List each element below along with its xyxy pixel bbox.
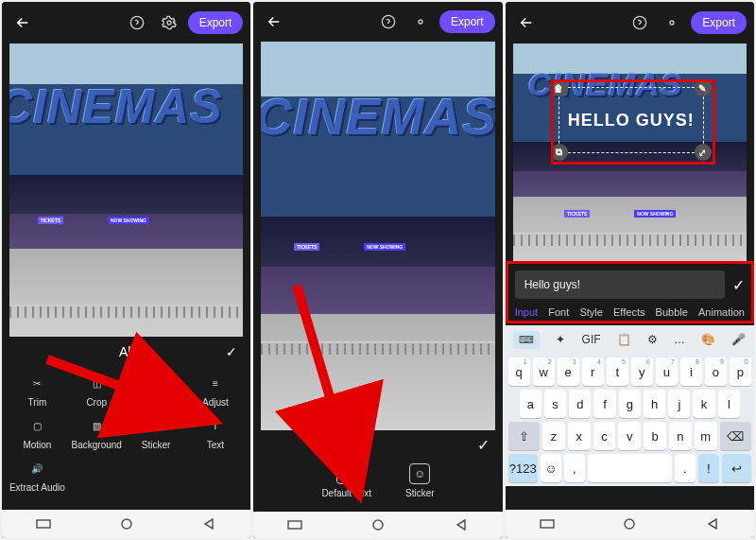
key-r[interactable]: r4 <box>582 357 604 386</box>
help-icon[interactable] <box>627 9 653 36</box>
nav-home-icon[interactable] <box>364 518 392 531</box>
key-o[interactable]: o9 <box>705 357 727 386</box>
tab-font[interactable]: Font <box>548 306 569 318</box>
tool-adjust[interactable]: ≡Adjust <box>185 371 245 409</box>
tool-extract-audio[interactable]: 🔊Extract Audio <box>8 456 67 495</box>
key-n[interactable]: n <box>669 422 692 450</box>
key-☺[interactable]: ☺ <box>541 454 561 482</box>
export-button[interactable]: Export <box>691 11 747 34</box>
tab-animation[interactable]: Animation <box>698 306 745 318</box>
tool-label: Filters <box>143 397 168 408</box>
gear-icon[interactable] <box>156 9 182 36</box>
nav-recents-icon[interactable] <box>533 517 561 531</box>
kb-toolbar-item[interactable]: GIF <box>582 333 601 346</box>
help-icon[interactable] <box>124 9 150 36</box>
kb-toolbar-item[interactable]: … <box>674 333 685 346</box>
nav-recents-icon[interactable] <box>29 517 58 531</box>
scene-railing <box>9 305 243 318</box>
tab-style[interactable]: Style <box>579 306 602 318</box>
back-icon[interactable] <box>513 9 540 36</box>
key-b[interactable]: b <box>644 422 666 450</box>
confirm-icon[interactable]: ✓ <box>477 436 490 454</box>
tool-filters[interactable]: ✦Filters <box>127 371 186 409</box>
key-⇧[interactable]: ⇧ <box>508 422 540 450</box>
crop-icon: ◫ <box>86 373 107 393</box>
key-?123[interactable]: ?123 <box>508 454 538 482</box>
video-preview[interactable]: CINEMAS TICKETS NOW SHOWING <box>261 42 494 430</box>
tool-background[interactable]: ▨Background <box>67 413 127 452</box>
key-x[interactable]: x <box>568 422 591 450</box>
key-d[interactable]: d <box>569 390 591 418</box>
help-icon[interactable] <box>375 9 402 35</box>
key-g[interactable]: g <box>619 390 641 418</box>
key-m[interactable]: m <box>695 422 717 450</box>
delete-handle-icon[interactable]: 🗑 <box>551 79 568 96</box>
key-w[interactable]: w2 <box>533 357 555 386</box>
tab-bubble[interactable]: Bubble <box>656 306 688 318</box>
tool-label: Background <box>72 440 122 450</box>
key-i[interactable]: i8 <box>680 357 702 386</box>
key-a[interactable]: a <box>520 390 541 418</box>
key-u[interactable]: u7 <box>656 357 678 386</box>
nav-home-icon[interactable] <box>615 517 644 531</box>
kb-toolbar-item[interactable]: ⌨ <box>513 331 540 349</box>
export-button[interactable]: Export <box>439 10 495 33</box>
option-sticker[interactable]: ☺Sticker <box>405 463 435 498</box>
video-preview[interactable]: CINEMAS TICKETS NOW SHOWING <box>9 44 243 337</box>
key-t[interactable]: t5 <box>607 357 628 386</box>
gear-icon[interactable] <box>407 9 434 35</box>
video-preview[interactable]: CINEMAS TICKETS NOW SHOWING HELLO GUYS! … <box>513 44 747 263</box>
key-j[interactable]: j <box>668 390 690 418</box>
topbar: Export <box>253 2 502 42</box>
tab-effects[interactable]: Effects <box>613 306 644 318</box>
key-f[interactable]: f <box>593 390 615 418</box>
tool-trim[interactable]: ✂Trim <box>8 371 67 409</box>
kb-toolbar-item[interactable]: 📋 <box>617 333 631 346</box>
nav-home-icon[interactable] <box>112 517 141 531</box>
key-z[interactable]: z <box>542 422 565 450</box>
option-default-text[interactable]: ADefault Text <box>321 463 371 498</box>
key-k[interactable]: k <box>693 390 714 418</box>
key-v[interactable]: v <box>618 422 641 450</box>
tool-text[interactable]: TText <box>185 413 245 452</box>
nav-recents-icon[interactable] <box>281 518 309 531</box>
key-e[interactable]: e3 <box>558 357 579 386</box>
tab-input[interactable]: Input <box>515 306 538 318</box>
tool-sticker[interactable]: ☺Sticker <box>127 413 186 452</box>
key-,[interactable]: , <box>564 454 585 482</box>
key-p[interactable]: p0 <box>730 357 751 386</box>
key-y[interactable]: y6 <box>631 357 653 386</box>
kb-toolbar-item[interactable]: ⚙ <box>647 333 658 346</box>
key-⌫[interactable]: ⌫ <box>720 422 751 450</box>
tool-label: Adjust <box>202 397 229 408</box>
nav-back-icon[interactable] <box>195 517 223 531</box>
export-button[interactable]: Export <box>188 11 244 34</box>
nav-back-icon[interactable] <box>447 518 475 531</box>
key-l[interactable]: l <box>718 390 740 418</box>
kb-toolbar-item[interactable]: 🎤 <box>731 333 746 346</box>
key-q[interactable]: q1 <box>508 357 530 386</box>
duplicate-handle-icon[interactable]: ⧉ <box>551 144 568 161</box>
edit-handle-icon[interactable]: ✎ <box>695 79 712 96</box>
resize-handle-icon[interactable]: ⤢ <box>695 144 712 161</box>
key-.[interactable]: . <box>675 454 696 482</box>
tool-crop[interactable]: ◫Crop <box>67 371 127 409</box>
nav-back-icon[interactable] <box>698 517 727 531</box>
text-input-field[interactable] <box>515 270 725 299</box>
tool-motion[interactable]: ▢Motion <box>8 413 67 452</box>
key-space[interactable] <box>588 454 672 482</box>
confirm-input-icon[interactable]: ✓ <box>732 276 745 294</box>
svg-rect-8 <box>288 521 301 529</box>
key-↩[interactable]: ↩ <box>722 454 751 482</box>
key-s[interactable]: s <box>544 390 566 418</box>
kb-toolbar-item[interactable]: ✦ <box>556 333 565 346</box>
text-overlay[interactable]: HELLO GUYS! 🗑 ✎ ⧉ ⤢ <box>558 87 704 153</box>
kb-toolbar-item[interactable]: 🎨 <box>701 333 715 346</box>
key-c[interactable]: c <box>593 422 616 450</box>
gear-icon[interactable] <box>659 9 685 36</box>
back-icon[interactable] <box>9 9 36 36</box>
key-![interactable]: ! <box>698 454 719 482</box>
key-h[interactable]: h <box>644 390 665 418</box>
back-icon[interactable] <box>261 9 287 35</box>
confirm-icon[interactable]: ✓ <box>226 344 237 359</box>
